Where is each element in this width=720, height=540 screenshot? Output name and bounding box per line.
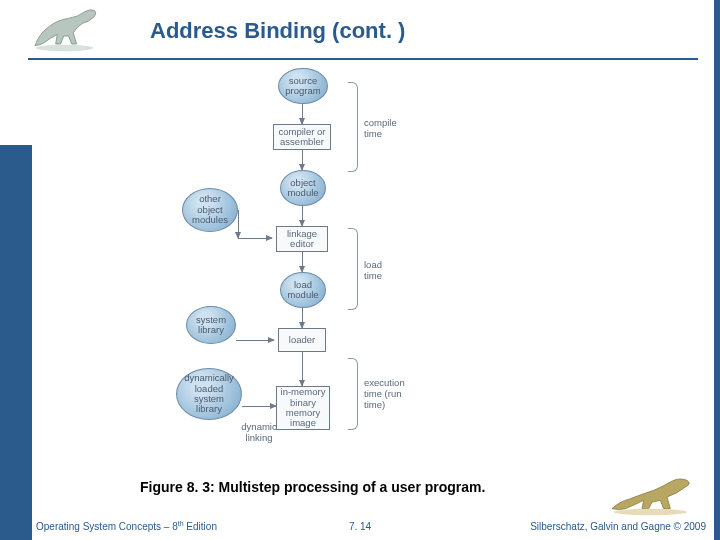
node-linkage-editor: linkage editor	[276, 226, 328, 252]
arrow	[242, 406, 276, 407]
label: system library	[196, 315, 226, 336]
label: dynamically loaded system library	[184, 373, 234, 415]
content-area: source program compiler or assembler obj…	[32, 60, 714, 480]
figure-caption: Figure 8. 3: Multistep processing of a u…	[140, 479, 485, 495]
arrow	[302, 104, 303, 124]
page-title: Address Binding (cont. )	[150, 18, 405, 44]
arrow	[236, 340, 274, 341]
arrow	[302, 252, 303, 272]
label: other object modules	[192, 194, 228, 225]
node-object-module: object module	[280, 170, 326, 206]
label-execution-time: execution time (run time)	[364, 378, 405, 411]
node-inmemory-image: in-memory binary memory image	[276, 386, 330, 430]
node-compiler: compiler or assembler	[273, 124, 331, 150]
label: compiler or assembler	[279, 127, 326, 148]
bracket-compile-time	[348, 82, 358, 172]
node-other-object-modules: other object modules	[182, 188, 238, 232]
node-system-library: system library	[186, 306, 236, 344]
label-compile-time: compile time	[364, 118, 397, 140]
arrow	[302, 308, 303, 328]
flow-diagram: source program compiler or assembler obj…	[172, 68, 492, 473]
node-loader: loader	[278, 328, 326, 352]
label-load-time: load time	[364, 260, 382, 282]
node-load-module: load module	[280, 272, 326, 308]
footer: Operating System Concepts – 8th Edition …	[0, 512, 720, 540]
arrow	[302, 206, 303, 226]
arrow	[302, 150, 303, 170]
label: source program	[285, 76, 320, 97]
arrow	[238, 238, 272, 239]
bracket-execution-time	[348, 358, 358, 430]
bracket-load-time	[348, 228, 358, 310]
dinosaur-logo-right	[602, 466, 702, 518]
label: in-memory binary memory image	[281, 387, 326, 429]
node-source-program: source program	[278, 68, 328, 104]
dinosaur-logo-left	[26, 4, 111, 52]
label: linkage editor	[287, 229, 317, 250]
arrow	[302, 352, 303, 386]
svg-point-0	[36, 45, 94, 51]
right-accent-rule	[714, 0, 720, 540]
connector	[238, 210, 239, 238]
label: object module	[287, 178, 318, 199]
label: load module	[287, 280, 318, 301]
node-dynamic-system-library: dynamically loaded system library	[176, 368, 242, 420]
label: loader	[289, 335, 315, 345]
footer-right: Silberschatz, Galvin and Gagne © 2009	[530, 521, 706, 532]
